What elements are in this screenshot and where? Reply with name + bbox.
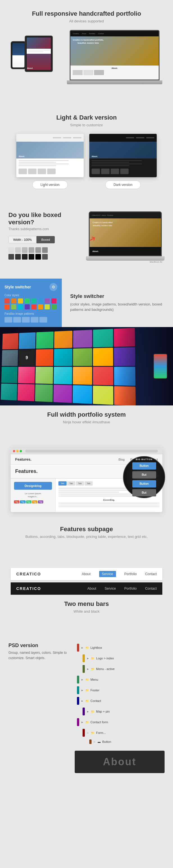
color-swatch-red[interactable] bbox=[4, 299, 9, 304]
black-menu-portfolio: Portfolio bbox=[124, 587, 137, 591]
light-version-button[interactable]: Light version bbox=[32, 181, 68, 189]
layer-expand-10[interactable]: ▷ bbox=[93, 740, 96, 743]
parallax-thumb-3[interactable] bbox=[22, 317, 30, 322]
parallax-label: Parallax image patterns bbox=[4, 312, 57, 315]
color-swatch-lime[interactable] bbox=[45, 304, 50, 309]
color-swatch-green2[interactable] bbox=[51, 304, 56, 309]
parallax-thumb-2[interactable] bbox=[13, 317, 21, 322]
pattern-swatch-8[interactable] bbox=[15, 254, 21, 259]
layer-expand-2[interactable]: ▶ bbox=[86, 657, 89, 660]
style-switcher-description: Style switcher (color styles, image patt… bbox=[62, 279, 173, 327]
section-boxed: Do you like boxed version? Thanks subtle… bbox=[0, 200, 173, 279]
dark-thumb-3 bbox=[110, 168, 119, 174]
layer-expand-7[interactable]: ▶ bbox=[86, 710, 89, 713]
psd-layers: ▶ 📁 Lightbox ▶ 📁 Logo > index ▶ 📁 Menu -… bbox=[75, 643, 165, 745]
pattern-swatch-3[interactable] bbox=[22, 247, 27, 253]
folder-icon-4: 📁 bbox=[85, 678, 89, 681]
parallax-thumb-4[interactable] bbox=[31, 317, 39, 322]
color-swatch-yellow[interactable] bbox=[18, 299, 23, 304]
big-btn-grey-1[interactable]: But bbox=[132, 471, 156, 478]
features-mockup-wrapper: Features. Blog Portfolio Contact Feature… bbox=[11, 448, 162, 519]
big-button-circle: BIG BUTTON Button But Button But bbox=[123, 456, 165, 498]
layer-color-menu bbox=[77, 676, 79, 683]
layer-expand-4[interactable]: ▶ bbox=[81, 678, 84, 681]
tab-1[interactable]: Tab bbox=[58, 481, 67, 486]
dark-version-button[interactable]: Dark version bbox=[105, 181, 141, 189]
gear-icon[interactable]: ⚙ bbox=[49, 283, 57, 291]
tablet-frame: About. bbox=[25, 36, 53, 72]
browser-close-dot bbox=[13, 450, 15, 452]
pattern-swatch-5[interactable] bbox=[35, 247, 41, 253]
color-swatch-deep-purple[interactable] bbox=[25, 304, 30, 309]
layer-name-footer: Footer bbox=[91, 688, 99, 692]
layer-color-contact-form bbox=[77, 718, 79, 726]
light-preview-thumbs bbox=[16, 168, 84, 176]
layer-expand-3[interactable]: ▶ bbox=[86, 668, 89, 670]
color-swatch-red2[interactable] bbox=[31, 304, 36, 309]
features-section-subtitle: Buttons, according, tabs, blockquote, pr… bbox=[25, 534, 148, 539]
gear-symbol: ⚙ bbox=[52, 285, 55, 289]
pattern-swatch-11[interactable] bbox=[35, 254, 41, 259]
dark-nav-dot-3 bbox=[146, 137, 154, 138]
light-preview-header bbox=[16, 134, 84, 142]
color-swatch-deep-orange[interactable] bbox=[4, 304, 9, 309]
color-swatch-pink[interactable] bbox=[51, 299, 56, 304]
about-text-overlay: About bbox=[103, 756, 137, 768]
color-swatch-light-green[interactable] bbox=[11, 304, 16, 309]
parallax-thumb-1[interactable] bbox=[4, 317, 13, 322]
phone-frame bbox=[11, 41, 26, 69]
big-btn-blue-2[interactable]: Button bbox=[132, 480, 156, 488]
pattern-swatch-4[interactable] bbox=[29, 247, 34, 253]
tab-2[interactable]: Tab bbox=[67, 481, 75, 486]
psd-layer-contact-form: ▶ 📁 Contact form bbox=[75, 717, 165, 727]
portfolio-cell bbox=[2, 350, 18, 366]
tag-5: Tag bbox=[38, 500, 43, 503]
pattern-swatch-9[interactable] bbox=[22, 254, 27, 259]
color-swatch-teal[interactable] bbox=[31, 299, 36, 304]
parallax-thumb-5[interactable] bbox=[39, 317, 47, 322]
color-swatch-cyan[interactable] bbox=[18, 304, 23, 309]
tab-4[interactable]: Tab bbox=[84, 481, 93, 486]
width-100-button[interactable]: Width - 100% bbox=[8, 236, 36, 243]
portfolio-cell bbox=[1, 367, 18, 383]
pattern-swatch-10[interactable] bbox=[29, 254, 34, 259]
big-btn-blue-1[interactable]: Button bbox=[132, 462, 156, 470]
color-swatch-green[interactable] bbox=[25, 299, 30, 304]
dark-content-line bbox=[92, 165, 129, 166]
tag-3: Tag bbox=[26, 500, 31, 503]
big-btn-grey-2[interactable]: But bbox=[132, 489, 156, 496]
tab-3[interactable]: Tab bbox=[76, 481, 84, 486]
color-swatch-blue[interactable] bbox=[38, 299, 43, 304]
boxed-button[interactable]: Boxed bbox=[36, 236, 55, 243]
color-swatch-orange[interactable] bbox=[11, 299, 16, 304]
section1-subtitle: All devices supported bbox=[69, 19, 104, 23]
designblog-button[interactable]: Designblog bbox=[14, 482, 52, 490]
pattern-swatch-2[interactable] bbox=[15, 247, 21, 253]
portfolio-cell bbox=[54, 349, 72, 366]
pattern-swatch-6[interactable] bbox=[42, 247, 48, 253]
color-swatch-purple[interactable] bbox=[45, 299, 50, 304]
pattern-swatch-12[interactable] bbox=[42, 254, 48, 259]
phone-device bbox=[11, 41, 26, 69]
style-switcher-title: Style switcher bbox=[4, 285, 31, 289]
macbook-nav-portfolio: Portfolio bbox=[107, 215, 113, 216]
nav-dot-2 bbox=[63, 137, 71, 138]
portfolio-cell bbox=[73, 348, 92, 366]
color-swatch-amber[interactable] bbox=[38, 304, 43, 309]
pattern-swatch-1[interactable] bbox=[8, 247, 14, 253]
light-version-preview: About. bbox=[16, 134, 84, 177]
dark-hero-text: About. bbox=[92, 155, 98, 157]
layer-expand-icon[interactable]: ▶ bbox=[81, 646, 84, 649]
layer-expand-9[interactable]: ▷ bbox=[86, 731, 89, 734]
dark-nav-dot-2 bbox=[136, 137, 144, 138]
phone-screen bbox=[13, 43, 24, 67]
psd-right: ▶ 📁 Lightbox ▶ 📁 Logo > index ▶ 📁 Menu -… bbox=[75, 643, 165, 773]
pattern-swatch-7[interactable] bbox=[8, 254, 14, 259]
layer-expand-5[interactable]: ▶ bbox=[81, 689, 84, 691]
psd-layer-form: ▷ 📁 Form... bbox=[75, 728, 165, 738]
portfolio-cell bbox=[73, 330, 92, 347]
layer-expand-6[interactable]: ▶ bbox=[81, 700, 84, 702]
layer-name-button: Button bbox=[102, 740, 111, 743]
layer-expand-8[interactable]: ▶ bbox=[81, 721, 84, 723]
black-menu-logo: CREATICO bbox=[16, 586, 41, 591]
